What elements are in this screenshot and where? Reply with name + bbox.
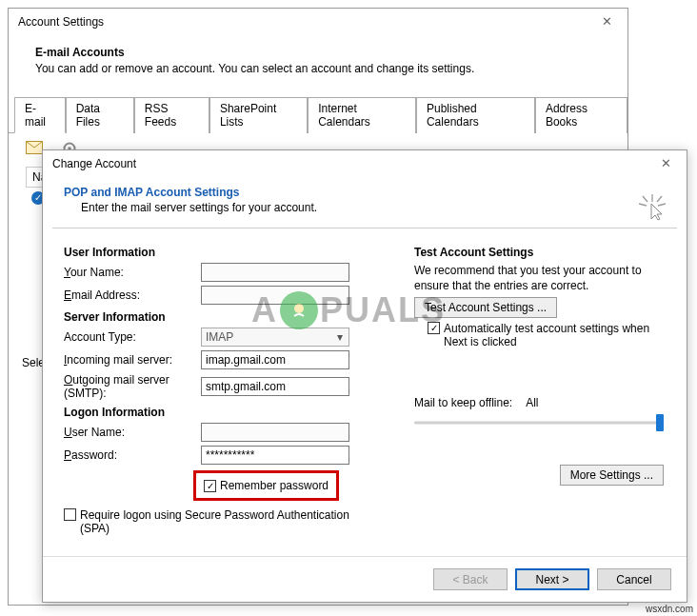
svg-line-4 (639, 204, 647, 206)
label-email: Email Address: (64, 288, 201, 302)
chevron-down-icon: ▾ (331, 328, 348, 346)
close-icon[interactable]: ✕ (596, 14, 618, 29)
window-title: Account Settings (18, 15, 104, 29)
left-column: User Information Your Name: Email Addres… (64, 240, 391, 535)
label-outgoing: Outgoing mail server (SMTP): (64, 373, 201, 400)
mail-offline-label: Mail to keep offline: (414, 396, 512, 409)
incoming-server-field[interactable] (201, 350, 349, 369)
label-account-type: Account Type: (64, 330, 201, 344)
tab-email[interactable]: E-mail (14, 97, 66, 133)
autotest-checkbox[interactable] (428, 322, 440, 334)
mail-offline-slider[interactable] (414, 413, 664, 432)
close-icon[interactable]: ✕ (655, 156, 677, 170)
back-button: < Back (433, 568, 508, 590)
svg-line-7 (657, 196, 662, 202)
next-button[interactable]: Next > (515, 568, 589, 590)
titlebar: Change Account ✕ (43, 150, 687, 176)
account-type-value: IMAP (202, 330, 331, 344)
tab-internet-calendars[interactable]: Internet Calendars (308, 97, 416, 133)
outgoing-server-field[interactable] (201, 377, 349, 396)
section-test-settings: Test Account Settings (414, 246, 669, 259)
credit: wsxdn.com (646, 604, 693, 614)
svg-line-5 (658, 204, 666, 206)
window-title: Change Account (52, 157, 136, 170)
email-field[interactable] (201, 286, 349, 305)
autotest-label: Automatically test account settings when… (444, 322, 669, 348)
wizard-subheading: Enter the mail server settings for your … (64, 201, 671, 214)
intro-text: You can add or remove an account. You ca… (35, 62, 608, 75)
label-password: Password: (64, 448, 201, 462)
tab-strip: E-mail Data Files RSS Feeds SharePoint L… (9, 96, 627, 133)
more-settings-button[interactable]: More Settings ... (560, 465, 664, 486)
intro-block: E-mail Accounts You can add or remove an… (9, 34, 627, 85)
slider-track (414, 422, 658, 425)
wizard-buttons: < Back Next > Cancel (43, 556, 687, 602)
tab-published-calendars[interactable]: Published Calendars (416, 97, 535, 133)
cancel-button[interactable]: Cancel (597, 568, 671, 590)
account-type-select[interactable]: IMAP ▾ (201, 328, 349, 347)
slider-thumb[interactable] (656, 414, 664, 431)
tab-sharepoint-lists[interactable]: SharePoint Lists (209, 97, 308, 133)
remember-password-highlight: Remember password (193, 470, 339, 501)
remember-password-label: Remember password (220, 479, 329, 492)
section-server-info: Server Information (64, 310, 391, 324)
label-your-name: Your Name: (64, 266, 201, 279)
remember-password-checkbox[interactable] (204, 480, 216, 492)
tab-rss-feeds[interactable]: RSS Feeds (134, 97, 209, 133)
username-field[interactable] (201, 423, 349, 442)
wizard-header: POP and IMAP Account Settings Enter the … (43, 176, 687, 220)
click-cursor-icon (639, 194, 666, 224)
spa-label: Require logon using Secure Password Auth… (80, 508, 382, 535)
wizard-heading: POP and IMAP Account Settings (64, 186, 671, 199)
change-account-window: Change Account ✕ POP and IMAP Account Se… (42, 149, 687, 603)
tab-address-books[interactable]: Address Books (535, 97, 627, 133)
label-incoming: Incoming mail server: (64, 353, 201, 367)
form-area: User Information Your Name: Email Addres… (43, 236, 687, 535)
intro-heading: E-mail Accounts (35, 46, 608, 59)
password-field[interactable] (201, 446, 349, 465)
tab-data-files[interactable]: Data Files (66, 97, 134, 133)
svg-line-6 (643, 196, 647, 202)
label-username: User Name: (64, 426, 201, 439)
divider (52, 228, 677, 229)
new-mail-icon[interactable] (26, 141, 43, 154)
right-column: Test Account Settings We recommend that … (414, 240, 669, 535)
titlebar: Account Settings ✕ (9, 9, 627, 34)
section-user-info: User Information (64, 246, 391, 259)
test-account-button[interactable]: Test Account Settings ... (414, 297, 557, 318)
spa-row: Require logon using Secure Password Auth… (64, 508, 391, 535)
test-description: We recommend that you test your account … (414, 263, 669, 293)
your-name-field[interactable] (201, 263, 349, 282)
mail-offline-row: Mail to keep offline: All (414, 396, 669, 409)
mail-offline-value: All (526, 396, 548, 409)
spa-checkbox[interactable] (64, 508, 76, 521)
section-logon-info: Logon Information (64, 406, 391, 419)
